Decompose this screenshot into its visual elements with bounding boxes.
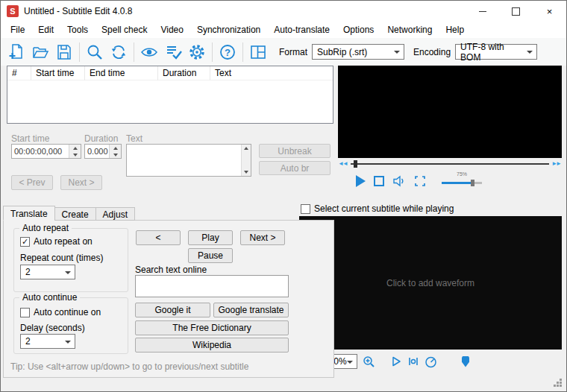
play-button[interactable]: Play: [188, 230, 233, 245]
search-text-input[interactable]: [135, 275, 289, 297]
format-label: Format: [279, 47, 307, 57]
video-display[interactable]: [338, 66, 562, 158]
new-file-button[interactable]: [4, 41, 28, 63]
visual-sync-button[interactable]: [137, 41, 161, 63]
format-value: SubRip (.srt): [317, 47, 367, 57]
auto-repeat-checkbox[interactable]: ✓: [20, 237, 30, 247]
play-position-icon: [407, 355, 419, 367]
start-time-spinner[interactable]: 00:00:00,000: [11, 144, 81, 159]
fullscreen-icon[interactable]: [414, 175, 426, 187]
zoom-in-icon: [363, 355, 375, 368]
minimize-icon: [479, 11, 486, 12]
subtitle-text-input[interactable]: [126, 144, 251, 177]
waveform-display[interactable]: Click to add waveform: [299, 216, 562, 350]
column-start-time[interactable]: Start time: [31, 66, 85, 80]
fast-forward-icon[interactable]: ►►: [551, 161, 562, 167]
zoom-in-button[interactable]: [363, 355, 375, 368]
pause-button[interactable]: Pause: [188, 248, 233, 263]
scroll-down-icon: [244, 171, 248, 174]
delay-combobox[interactable]: 2: [20, 334, 75, 349]
volume-icon[interactable]: [392, 175, 406, 187]
format-combobox[interactable]: SubRip (.srt): [312, 44, 404, 60]
settings-button[interactable]: [185, 41, 209, 63]
speed-gauge-icon: [425, 355, 437, 368]
seek-thumb[interactable]: [354, 160, 357, 168]
waveform-placeholder: Click to add waveform: [386, 278, 474, 288]
column-duration[interactable]: Duration: [158, 66, 210, 80]
text-label: Text: [126, 133, 142, 144]
open-file-button[interactable]: [28, 41, 52, 63]
tab-adjust[interactable]: Adjust: [95, 207, 135, 221]
menu-spell-check[interactable]: Spell check: [95, 22, 154, 37]
menu-synchronization[interactable]: Synchronization: [190, 22, 267, 37]
menu-edit[interactable]: Edit: [31, 22, 60, 37]
maximize-icon: [512, 7, 520, 16]
spin-up-button[interactable]: [69, 145, 81, 151]
subtitle-list-header: # Start time End time Duration Text: [7, 66, 333, 80]
back-button[interactable]: <: [136, 230, 181, 245]
auto-repeat-title: Auto repeat: [19, 223, 72, 233]
text-scrollbar[interactable]: [241, 145, 251, 176]
save-button[interactable]: [52, 41, 76, 63]
resize-grip[interactable]: [554, 385, 556, 387]
menu-video[interactable]: Video: [154, 22, 189, 37]
layout-button[interactable]: [246, 41, 270, 63]
stop-icon[interactable]: [374, 176, 384, 186]
menu-help[interactable]: Help: [439, 22, 471, 37]
volume-track[interactable]: [442, 182, 482, 184]
spin-down-button[interactable]: [110, 151, 121, 158]
repeat-count-combobox[interactable]: 2: [20, 265, 75, 279]
play-icon[interactable]: [356, 175, 366, 187]
tab-translate[interactable]: Translate: [3, 206, 55, 221]
next-subtitle-button[interactable]: Next >: [60, 175, 102, 190]
edit-panel: Start time Duration Text 00:00:00,000 0.…: [7, 132, 333, 203]
google-it-button[interactable]: Google it: [135, 303, 210, 317]
menu-options[interactable]: Options: [336, 22, 380, 37]
play-outline-icon: [390, 355, 402, 367]
waveform-play-button[interactable]: [390, 355, 402, 367]
volume-slider[interactable]: 75%: [442, 179, 482, 184]
find-button[interactable]: [83, 41, 107, 63]
column-end-time[interactable]: End time: [85, 66, 158, 80]
tab-create[interactable]: Create: [54, 207, 96, 221]
menu-tools[interactable]: Tools: [60, 22, 95, 37]
minimize-button[interactable]: [466, 1, 499, 22]
titlebar: S Untitled - Subtitle Edit 4.0.8 ×: [1, 1, 566, 22]
prev-subtitle-button[interactable]: < Prev: [11, 175, 53, 190]
select-current-subtitle-checkbox[interactable]: [301, 204, 310, 214]
spin-up-button[interactable]: [110, 145, 121, 151]
position-pin-marker[interactable]: [462, 356, 469, 367]
volume-thumb[interactable]: [471, 180, 474, 186]
spin-down-button[interactable]: [69, 151, 81, 158]
auto-repeat-label: Auto repeat on: [34, 236, 93, 247]
replace-icon: [110, 43, 128, 61]
column-number[interactable]: #: [7, 66, 31, 80]
wikipedia-button[interactable]: Wikipedia: [135, 338, 289, 353]
subtitle-list[interactable]: # Start time End time Duration Text: [7, 66, 333, 124]
column-text[interactable]: Text: [210, 66, 333, 80]
video-seek-slider[interactable]: [351, 159, 549, 168]
free-dictionary-button[interactable]: The Free Dictionary: [135, 320, 289, 335]
auto-br-button[interactable]: Auto br: [259, 161, 331, 175]
auto-continue-checkbox[interactable]: [20, 308, 30, 317]
spell-check-button[interactable]: [161, 41, 185, 63]
play-from-position-button[interactable]: [407, 355, 419, 367]
scroll-up-icon: [244, 147, 248, 150]
maximize-button[interactable]: [499, 1, 533, 22]
help-button[interactable]: ?: [216, 41, 239, 63]
menu-networking[interactable]: Networking: [380, 22, 439, 37]
replace-button[interactable]: [107, 41, 131, 63]
svg-text:?: ?: [225, 46, 231, 57]
menu-file[interactable]: File: [4, 22, 31, 37]
duration-label: Duration: [84, 133, 118, 144]
encoding-combobox[interactable]: UTF-8 with BOM: [455, 44, 537, 60]
menu-auto-translate[interactable]: Auto-translate: [267, 22, 336, 37]
close-button[interactable]: ×: [533, 1, 566, 22]
duration-spinner[interactable]: 0.000: [84, 144, 122, 159]
down-arrow-icon: [113, 154, 118, 157]
unbreak-button[interactable]: Unbreak: [259, 144, 331, 158]
playback-speed-button[interactable]: [425, 355, 437, 368]
google-translate-button[interactable]: Google translate: [213, 303, 289, 317]
next-button[interactable]: Next >: [240, 230, 285, 245]
rewind-icon[interactable]: ◄◄: [338, 161, 348, 167]
